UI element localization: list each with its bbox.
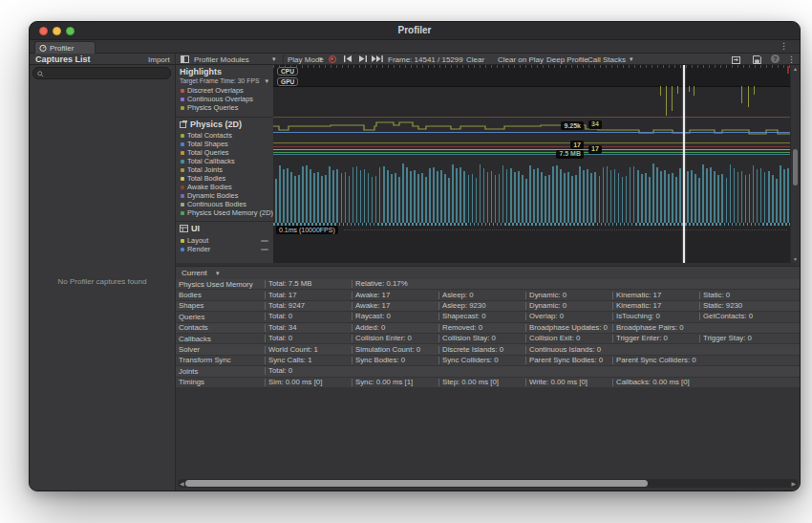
- legend-swatch: [181, 142, 184, 146]
- captures-list-title: Captures List: [35, 54, 91, 64]
- hscrollbar-thumb[interactable]: [185, 480, 648, 487]
- activity-bar: [433, 167, 435, 223]
- activity-bar: [741, 171, 743, 223]
- activity-bar: [353, 167, 354, 223]
- call-stacks-dropdown[interactable]: Call Stacks: [588, 55, 626, 64]
- profiler-modules-dropdown[interactable]: Profiler Modules: [194, 55, 249, 64]
- prev-frame-button[interactable]: [344, 55, 353, 62]
- chevron-down-icon[interactable]: ▾: [216, 270, 220, 277]
- modules-pane-icon[interactable]: [181, 55, 189, 63]
- row-value: Total: 7.5 MB: [265, 280, 352, 288]
- legend-item[interactable]: Dynamic Bodies: [176, 191, 273, 200]
- chart-ui[interactable]: 0.1ms (10000FPS): [273, 223, 791, 263]
- highlight-marker: [787, 66, 790, 74]
- activity-bar: [345, 172, 347, 223]
- activity-bar: [499, 174, 501, 223]
- activity-bar: [368, 173, 370, 223]
- chevron-down-icon[interactable]: ▾: [272, 55, 276, 63]
- scroll-down-icon[interactable]: ▼: [791, 256, 800, 262]
- module-physics-header[interactable]: Physics (2D): [176, 120, 242, 129]
- vscrollbar-thumb[interactable]: [793, 149, 798, 185]
- legend-swatch: [181, 177, 184, 181]
- activity-bar: [757, 169, 759, 223]
- scroll-up-icon[interactable]: ▲: [791, 66, 800, 72]
- save-profile-icon[interactable]: [753, 55, 761, 64]
- chevron-down-icon[interactable]: ▾: [319, 55, 323, 63]
- help-icon[interactable]: ?: [771, 54, 780, 63]
- target-frame-time-dropdown[interactable]: Target Frame Time: 30 FPS ▾: [176, 77, 273, 84]
- legend-item[interactable]: Continuous Overlaps: [176, 95, 273, 103]
- legend-item[interactable]: Awake Bodies: [176, 183, 273, 191]
- row-label: Callbacks: [176, 335, 265, 343]
- legend-item[interactable]: Layout: [176, 236, 273, 245]
- tabbar-overflow-menu[interactable]: ⋮: [780, 41, 788, 51]
- activity-bar: [776, 179, 778, 223]
- activity-bar: [290, 172, 292, 223]
- clear-button[interactable]: Clear: [466, 55, 484, 64]
- activity-bar: [476, 178, 478, 223]
- clear-on-play-toggle[interactable]: Clear on Play: [498, 55, 544, 64]
- module-highlights-header[interactable]: Highlights: [176, 67, 273, 76]
- legend-item[interactable]: Total Joints: [176, 165, 273, 174]
- legend-toggle[interactable]: [261, 249, 268, 251]
- chart-physics[interactable]: 9.25k 34 17 17 7.5 MB: [273, 118, 791, 223]
- row-value: Dynamic: 0: [525, 292, 612, 299]
- capture-search[interactable]: [32, 67, 171, 79]
- legend-item[interactable]: Render: [176, 245, 273, 253]
- legend-item[interactable]: Physics Queries: [176, 103, 273, 112]
- marker-kinematic: 17: [570, 141, 584, 149]
- legend-label: Total Bodies: [187, 174, 225, 183]
- legend-item[interactable]: Total Callbacks: [176, 157, 273, 165]
- load-profile-icon[interactable]: [732, 55, 740, 64]
- query-spike: [748, 86, 749, 107]
- marker-contacts: 34: [588, 120, 602, 129]
- activity-bar: [349, 176, 351, 223]
- legend-item[interactable]: Total Queries: [176, 148, 273, 157]
- legend-item[interactable]: Total Contacts: [176, 131, 273, 140]
- activity-bar: [402, 163, 404, 223]
- activity-bar: [372, 177, 374, 223]
- row-value: Shapecast: 0: [438, 313, 525, 320]
- activity-bar: [313, 173, 315, 223]
- current-frame-indicator[interactable]: [683, 65, 685, 263]
- legend-item[interactable]: Physics Used Memory (2D): [176, 208, 273, 217]
- row-value: Relative: 0.17%: [352, 280, 438, 288]
- legend-label: Layout: [187, 236, 208, 245]
- legend-toggle[interactable]: [261, 240, 268, 242]
- tab-profiler[interactable]: Profiler: [34, 41, 96, 54]
- chart-highlights[interactable]: CPU GPU: [273, 65, 791, 118]
- activity-bar: [463, 171, 465, 223]
- row-value: Parent Sync Colliders: 0: [612, 357, 699, 364]
- capture-search-input[interactable]: [45, 68, 168, 78]
- activity-bar: [660, 171, 662, 223]
- current-frame-button[interactable]: [372, 55, 383, 62]
- scroll-left-icon[interactable]: ◀: [180, 480, 184, 487]
- chart-vscrollbar[interactable]: ▲ ▼: [790, 65, 800, 263]
- row-value: Dynamic: 0: [525, 302, 612, 310]
- module-ui-header[interactable]: UI: [176, 224, 200, 233]
- record-button[interactable]: [329, 55, 336, 63]
- activity-bar: [425, 177, 427, 223]
- row-value: Removed: 0: [438, 324, 525, 332]
- legend-item[interactable]: Total Bodies: [176, 174, 273, 183]
- activity-bar: [545, 176, 546, 223]
- row-value: Step: 0.00 ms [0]: [438, 379, 525, 386]
- details-mode-dropdown[interactable]: Current: [182, 269, 207, 277]
- activity-bar: [633, 166, 635, 223]
- scroll-right-icon[interactable]: ▶: [791, 480, 796, 487]
- legend-item[interactable]: Total Shapes: [176, 140, 273, 148]
- row-value: Write: 0.00 ms [0]: [525, 379, 612, 386]
- legend-item[interactable]: Continuous Bodies: [176, 200, 273, 208]
- legend-swatch: [181, 106, 184, 110]
- activity-bar: [710, 167, 712, 223]
- activity-bar: [607, 166, 609, 223]
- hscrollbar[interactable]: ◀ ▶: [178, 479, 798, 488]
- deep-profile-toggle[interactable]: Deep Profile: [546, 55, 588, 64]
- next-frame-button[interactable]: [358, 55, 367, 62]
- chevron-down-icon[interactable]: ▾: [630, 55, 633, 63]
- toolbar-overflow-menu[interactable]: ⋮: [787, 54, 796, 64]
- import-button[interactable]: Import: [148, 55, 170, 64]
- chart-area[interactable]: CPU GPU 9.25k 34 17: [273, 65, 791, 263]
- legend-item[interactable]: Discreet Overlaps: [176, 86, 273, 95]
- activity-bar: [375, 176, 377, 223]
